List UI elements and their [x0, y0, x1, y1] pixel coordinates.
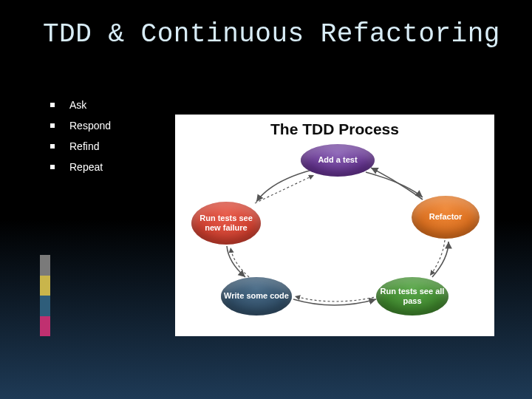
bullet-text: Repeat: [69, 161, 103, 173]
node-refactor: Refactor: [412, 196, 480, 239]
bullet-icon: [50, 103, 55, 107]
diagram-panel: The TDD Process: [175, 115, 494, 336]
accent-strip: [40, 255, 50, 336]
bullet-item: Respond: [50, 120, 168, 132]
diagram-title: The TDD Process: [175, 120, 494, 138]
bullet-icon: [50, 123, 55, 128]
node-add-test: Add a test: [301, 144, 375, 177]
bullet-icon: [50, 165, 55, 169]
bullet-icon: [50, 144, 55, 149]
node-write-code: Write some code: [221, 277, 292, 316]
bullet-item: Repeat: [50, 161, 168, 173]
node-run-fail: Run tests see new failure: [191, 202, 261, 245]
slide-title: TDD & Continuous Refactoring: [43, 19, 510, 50]
bullet-item: Refind: [50, 140, 168, 152]
slide: TDD & Continuous Refactoring Ask Respond…: [0, 0, 532, 399]
node-run-pass: Run tests see all pass: [376, 277, 449, 316]
bullet-text: Respond: [69, 120, 111, 132]
bullet-text: Ask: [69, 99, 86, 111]
bullet-list: Ask Respond Refind Repeat: [50, 99, 168, 182]
bullet-item: Ask: [50, 99, 168, 111]
bullet-text: Refind: [69, 140, 99, 152]
